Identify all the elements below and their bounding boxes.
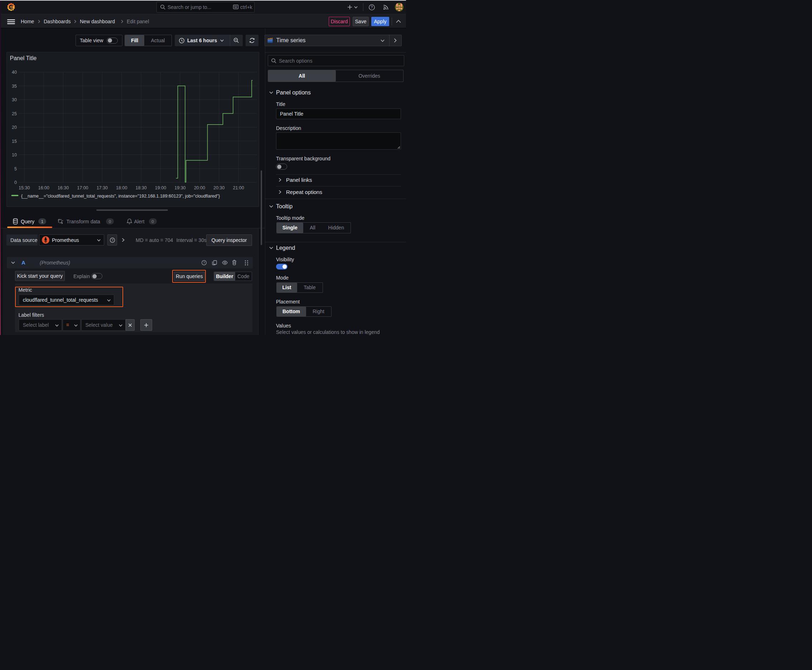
svg-text:35: 35: [12, 83, 17, 88]
svg-text:30: 30: [12, 97, 17, 102]
svg-text:15: 15: [12, 139, 17, 144]
svg-text:40: 40: [12, 70, 17, 75]
svg-text:10: 10: [12, 152, 17, 157]
svg-text:17:00: 17:00: [77, 185, 88, 190]
svg-text:20: 20: [12, 125, 17, 130]
svg-text:5: 5: [14, 166, 17, 171]
svg-text:?: ?: [111, 239, 113, 242]
svg-text:25: 25: [12, 111, 17, 116]
svg-text:?: ?: [371, 5, 373, 9]
svg-text:?: ?: [203, 261, 205, 264]
svg-text:{__name__="cloudflared_tunnel_: {__name__="cloudflared_tunnel_total_requ…: [21, 193, 220, 198]
svg-text:18:30: 18:30: [135, 185, 146, 190]
svg-text:20:30: 20:30: [214, 185, 224, 190]
svg-text:16:00: 16:00: [38, 185, 49, 190]
svg-text:21:00: 21:00: [233, 185, 244, 190]
svg-text:15:30: 15:30: [19, 185, 30, 190]
svg-text:17:30: 17:30: [97, 185, 108, 190]
svg-text:18:00: 18:00: [116, 185, 127, 190]
svg-text:19:00: 19:00: [155, 185, 166, 190]
svg-text:19:30: 19:30: [175, 185, 185, 190]
svg-text:20:00: 20:00: [194, 185, 205, 190]
svg-text:16:30: 16:30: [58, 185, 69, 190]
svg-text:0: 0: [14, 180, 17, 185]
